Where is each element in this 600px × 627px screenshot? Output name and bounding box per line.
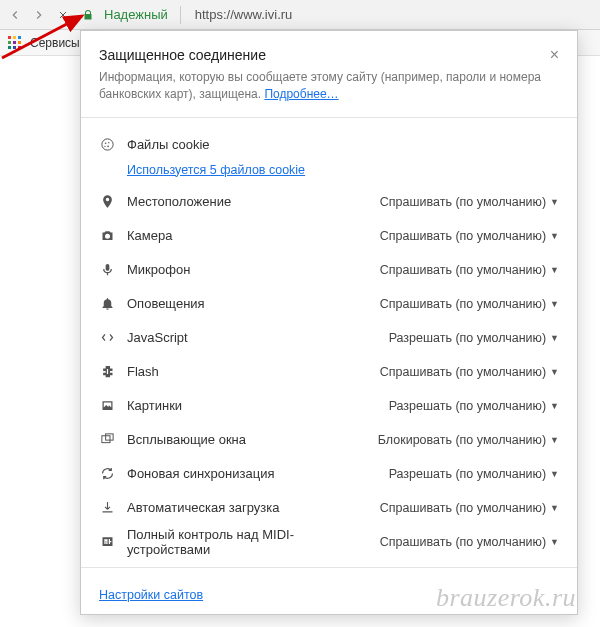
mic-icon: [99, 262, 115, 278]
permission-label: Картинки: [127, 398, 377, 413]
download-icon: [99, 500, 115, 516]
permission-dropdown[interactable]: Спрашивать (по умолчанию) ▼: [380, 195, 559, 209]
bell-icon: [99, 296, 115, 312]
site-settings-link[interactable]: Настройки сайтов: [99, 588, 203, 602]
bookmarks-services-label[interactable]: Сервисы: [30, 36, 80, 50]
permission-row-bell: ОповещенияСпрашивать (по умолчанию) ▼: [99, 287, 559, 321]
permission-label: Камера: [127, 228, 368, 243]
permission-row-download: Автоматическая загрузкаСпрашивать (по ум…: [99, 491, 559, 525]
svg-point-2: [104, 143, 106, 145]
svg-point-3: [108, 142, 109, 143]
permission-label: Местоположение: [127, 194, 368, 209]
permission-label: Flash: [127, 364, 368, 379]
apps-grid-icon[interactable]: [8, 36, 22, 50]
flash-icon: [99, 364, 115, 380]
cookies-label: Файлы cookie: [127, 137, 559, 152]
permission-label: Всплывающие окна: [127, 432, 366, 447]
permission-row-images: КартинкиРазрешать (по умолчанию) ▼: [99, 389, 559, 423]
permission-dropdown[interactable]: Разрешать (по умолчанию) ▼: [389, 467, 559, 481]
stop-button[interactable]: [54, 6, 72, 24]
permission-row-mic: МикрофонСпрашивать (по умолчанию) ▼: [99, 253, 559, 287]
images-icon: [99, 398, 115, 414]
permission-row-flash: FlashСпрашивать (по умолчанию) ▼: [99, 355, 559, 389]
permission-dropdown[interactable]: Разрешать (по умолчанию) ▼: [389, 399, 559, 413]
permission-label: Микрофон: [127, 262, 368, 277]
permission-dropdown[interactable]: Спрашивать (по умолчанию) ▼: [380, 501, 559, 515]
secure-label[interactable]: Надежный: [104, 7, 168, 22]
permission-label: Автоматическая загрузка: [127, 500, 368, 515]
permission-row-js: JavaScriptРазрешать (по умолчанию) ▼: [99, 321, 559, 355]
permission-dropdown[interactable]: Спрашивать (по умолчанию) ▼: [380, 229, 559, 243]
divider: [81, 567, 577, 568]
back-button[interactable]: [6, 6, 24, 24]
cookies-in-use-link[interactable]: Используется 5 файлов cookie: [127, 163, 305, 177]
popup-title: Защищенное соединение: [99, 47, 266, 63]
permission-row-sync: Фоновая синхронизацияРазрешать (по умолч…: [99, 457, 559, 491]
toolbar-divider: [180, 6, 181, 24]
js-icon: [99, 330, 115, 346]
camera-icon: [99, 228, 115, 244]
permission-dropdown[interactable]: Спрашивать (по умолчанию) ▼: [380, 365, 559, 379]
divider: [81, 117, 577, 118]
learn-more-link[interactable]: Подробнее…: [264, 87, 338, 101]
permission-dropdown[interactable]: Разрешать (по умолчанию) ▼: [389, 331, 559, 345]
permission-row-popup: Всплывающие окнаБлокировать (по умолчани…: [99, 423, 559, 457]
location-icon: [99, 194, 115, 210]
close-popup-button[interactable]: ×: [550, 47, 559, 63]
permission-row-camera: КамераСпрашивать (по умолчанию) ▼: [99, 219, 559, 253]
permission-label: Полный контроль над MIDI-устройствами: [127, 527, 368, 557]
svg-point-5: [104, 146, 105, 147]
popup-icon: [99, 432, 115, 448]
site-info-popup: Защищенное соединение × Информация, кото…: [80, 30, 578, 615]
svg-rect-7: [105, 434, 113, 440]
sync-icon: [99, 466, 115, 482]
permission-row-midi: Полный контроль над MIDI-устройствамиСпр…: [99, 525, 559, 559]
permission-row-location: МестоположениеСпрашивать (по умолчанию) …: [99, 185, 559, 219]
midi-icon: [99, 534, 115, 550]
svg-point-4: [107, 146, 109, 148]
permission-label: Оповещения: [127, 296, 368, 311]
permission-dropdown[interactable]: Спрашивать (по умолчанию) ▼: [380, 263, 559, 277]
browser-toolbar: Надежный https://www.ivi.ru: [0, 0, 600, 30]
permission-dropdown[interactable]: Спрашивать (по умолчанию) ▼: [380, 535, 559, 549]
forward-button[interactable]: [30, 6, 48, 24]
watermark: brauzerok.ru: [436, 583, 576, 613]
permission-label: Фоновая синхронизация: [127, 466, 377, 481]
popup-description: Информация, которую вы сообщаете этому с…: [99, 69, 559, 103]
permission-dropdown[interactable]: Блокировать (по умолчанию) ▼: [378, 433, 559, 447]
permission-dropdown[interactable]: Спрашивать (по умолчанию) ▼: [380, 297, 559, 311]
svg-point-1: [101, 139, 112, 150]
lock-icon[interactable]: [82, 8, 94, 22]
cookies-row: Файлы cookie: [99, 128, 559, 162]
cookie-icon: [99, 137, 115, 153]
permission-label: JavaScript: [127, 330, 377, 345]
address-bar-url[interactable]: https://www.ivi.ru: [195, 7, 293, 22]
